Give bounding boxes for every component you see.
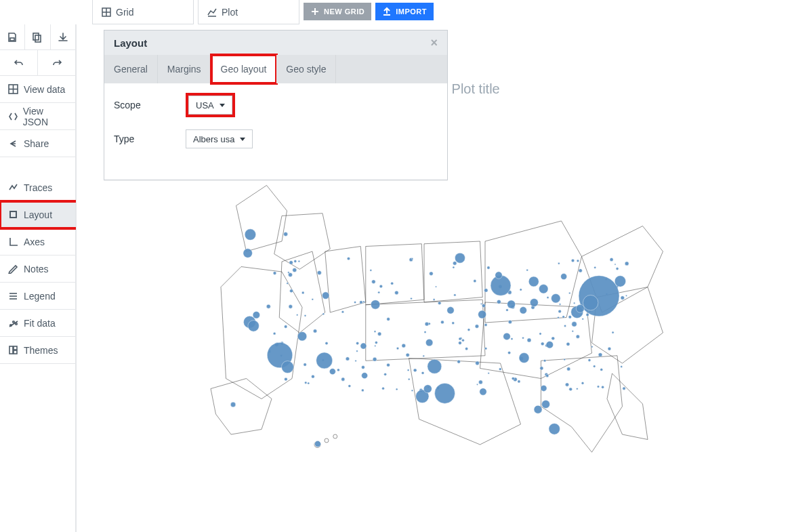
svg-point-29	[285, 377, 288, 381]
svg-point-141	[312, 375, 315, 378]
axes-icon	[8, 237, 18, 247]
svg-point-200	[382, 387, 385, 390]
svg-point-125	[301, 291, 304, 294]
svg-point-237	[503, 333, 511, 340]
svg-point-109	[543, 359, 546, 362]
svg-point-218	[243, 249, 253, 258]
svg-point-229	[534, 405, 542, 413]
sidebar-item-layout[interactable]: Layout	[0, 201, 75, 228]
geo-map	[190, 160, 678, 467]
state-boundaries	[211, 186, 663, 453]
svg-point-196	[297, 314, 298, 315]
svg-point-224	[614, 276, 626, 287]
sidebar-item-legend[interactable]: Legend	[0, 283, 75, 310]
svg-point-69	[372, 280, 376, 284]
svg-point-127	[337, 369, 339, 371]
undo-button[interactable]	[0, 50, 38, 75]
scope-label: Scope	[114, 100, 186, 110]
svg-point-177	[579, 269, 582, 272]
panel-tabs: General Margins Geo layout Geo style	[104, 55, 447, 83]
save-button[interactable]	[0, 24, 25, 49]
svg-point-70	[600, 368, 603, 371]
svg-point-175	[616, 268, 619, 270]
svg-point-135	[413, 369, 417, 372]
chevron-down-icon	[240, 138, 245, 141]
svg-point-160	[558, 316, 560, 319]
tab-margins[interactable]: Margins	[158, 55, 211, 83]
svg-point-217	[245, 229, 256, 241]
svg-point-78	[581, 382, 584, 384]
sidebar-item-label: Layout	[24, 209, 52, 220]
svg-point-169	[454, 294, 456, 296]
svg-point-244	[561, 274, 567, 280]
sidebar-item-view-json[interactable]: View JSON	[0, 103, 75, 130]
svg-point-140	[457, 360, 461, 363]
copy-button[interactable]	[25, 24, 50, 49]
svg-rect-22	[14, 350, 17, 354]
svg-point-119	[287, 283, 289, 285]
svg-point-250	[230, 402, 236, 407]
svg-point-235	[425, 339, 433, 346]
sidebar-item-fit-data[interactable]: Fit data	[0, 310, 75, 337]
tab-grid[interactable]: Grid	[92, 0, 194, 24]
svg-point-231	[447, 307, 455, 314]
svg-point-255	[572, 322, 577, 327]
close-icon[interactable]: ×	[430, 36, 438, 50]
import-button[interactable]: IMPORT	[375, 3, 434, 20]
sidebar-item-axes[interactable]: Axes	[0, 228, 75, 255]
redo-icon	[51, 58, 62, 68]
svg-point-99	[308, 382, 310, 384]
type-select[interactable]: Albers usa	[186, 129, 253, 148]
svg-point-121	[497, 300, 501, 304]
sidebar-item-themes[interactable]: Themes	[0, 337, 75, 364]
svg-point-65	[621, 296, 625, 300]
svg-point-168	[273, 332, 276, 335]
grid-icon	[8, 84, 18, 94]
svg-point-51	[421, 371, 424, 374]
new-grid-button[interactable]: NEW GRID	[304, 3, 371, 20]
svg-point-202	[569, 292, 571, 294]
svg-point-189	[518, 380, 520, 383]
svg-point-43	[374, 331, 376, 333]
svg-point-134	[559, 304, 561, 306]
svg-point-115	[356, 350, 358, 352]
sidebar-item-label: View JSON	[23, 106, 67, 127]
svg-point-71	[289, 273, 293, 277]
notes-icon	[8, 264, 18, 274]
svg-point-144	[577, 388, 579, 390]
svg-point-220	[455, 253, 465, 263]
svg-point-96	[387, 318, 390, 321]
svg-point-240	[520, 307, 527, 314]
svg-point-241	[495, 272, 503, 279]
sidebar-item-view-data[interactable]: View data	[0, 76, 75, 103]
svg-point-164	[273, 272, 276, 275]
svg-point-77	[459, 342, 462, 345]
traces-icon	[8, 182, 18, 192]
svg-point-234	[360, 343, 367, 349]
svg-point-178	[480, 303, 482, 304]
sidebar-item-traces[interactable]: Traces	[0, 174, 75, 201]
svg-point-128	[361, 366, 364, 369]
svg-point-182	[539, 333, 541, 335]
svg-point-76	[325, 342, 328, 345]
svg-point-151	[474, 280, 476, 283]
svg-point-157	[289, 261, 293, 264]
redo-button[interactable]	[38, 50, 75, 75]
tab-geo-style[interactable]: Geo style	[276, 55, 336, 83]
scope-select[interactable]: USA	[188, 96, 232, 115]
svg-point-106	[467, 329, 470, 331]
sidebar-item-notes[interactable]: Notes	[0, 255, 75, 283]
download-button[interactable]	[51, 24, 75, 49]
tab-general[interactable]: General	[104, 55, 158, 83]
svg-point-172	[625, 295, 627, 296]
sidebar-item-share[interactable]: Share	[0, 130, 75, 157]
svg-point-111	[430, 272, 434, 276]
svg-point-67	[423, 355, 425, 357]
tab-plot[interactable]: Plot	[198, 0, 299, 24]
svg-point-149	[546, 374, 549, 377]
svg-point-82	[508, 351, 511, 354]
svg-point-230	[478, 310, 486, 319]
panel-title: Layout	[114, 37, 147, 49]
svg-point-74	[370, 269, 372, 271]
tab-geo-layout[interactable]: Geo layout	[211, 55, 277, 83]
